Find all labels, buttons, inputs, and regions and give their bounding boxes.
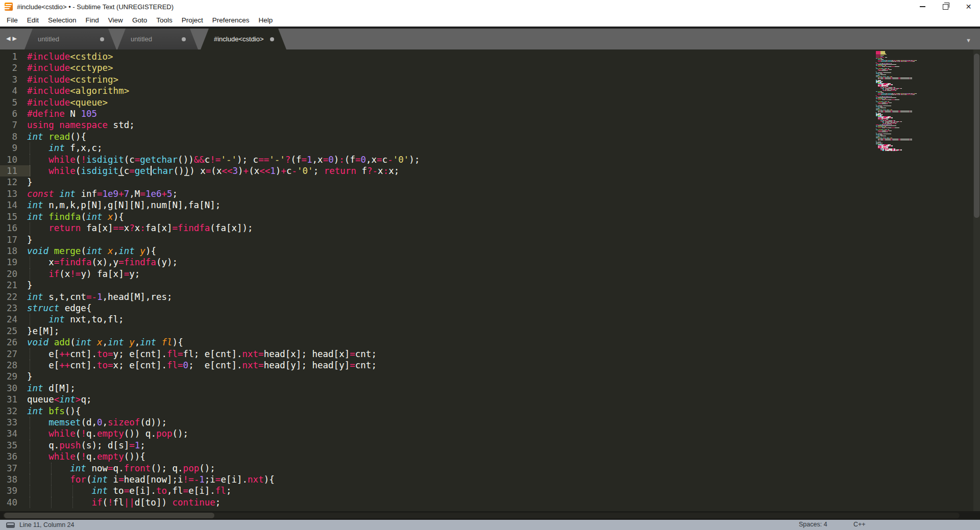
line-number[interactable]: 15	[0, 211, 17, 222]
tab-overflow-menu-icon[interactable]: ▼	[966, 37, 971, 43]
line-number[interactable]: 18	[0, 245, 17, 257]
code-line[interactable]: 28 e[++cnt].to=x; e[cnt].fl=0; e[cnt].nx…	[0, 360, 980, 371]
line-number[interactable]: 36	[0, 451, 17, 462]
tab-scroll-left-icon[interactable]: ◀	[6, 35, 12, 41]
code-line[interactable]: 40 if(!fl||d[to]) continue;	[0, 497, 980, 508]
line-number[interactable]: 19	[0, 257, 17, 268]
code-editor[interactable]: 1#include<cstdio>2#include<cctype>3#incl…	[0, 49, 980, 511]
line-number[interactable]: 7	[0, 119, 17, 131]
line-number[interactable]: 29	[0, 371, 17, 382]
line-number[interactable]: 12	[0, 176, 17, 188]
line-number[interactable]: 9	[0, 142, 17, 154]
line-number[interactable]: 38	[0, 474, 17, 485]
close-button[interactable]: ✕	[957, 0, 980, 13]
code-line[interactable]: 1#include<cstdio>	[0, 51, 980, 62]
code-line[interactable]: 3#include<cstring>	[0, 74, 980, 85]
indent-setting[interactable]: Spaces: 4	[799, 521, 827, 528]
line-number[interactable]: 27	[0, 348, 17, 360]
horizontal-scrollbar-thumb[interactable]	[4, 513, 214, 518]
code-line[interactable]: 21}	[0, 280, 980, 291]
code-line[interactable]: 8int read(){	[0, 131, 980, 142]
status-mode-icon[interactable]	[6, 522, 15, 528]
syntax-setting[interactable]: C++	[853, 521, 866, 528]
line-number[interactable]: 11	[0, 165, 17, 176]
code-line[interactable]: 12}	[0, 176, 980, 188]
line-number[interactable]: 14	[0, 199, 17, 211]
line-number[interactable]: 31	[0, 394, 17, 405]
code-line[interactable]: 29}	[0, 371, 980, 382]
code-line[interactable]: 35 q.push(s); d[s]=1;	[0, 440, 980, 451]
line-number[interactable]: 33	[0, 417, 17, 428]
code-line[interactable]: 33 memset(d,0,sizeof(d));	[0, 417, 980, 428]
line-number[interactable]: 23	[0, 302, 17, 314]
menu-item-edit[interactable]: Edit	[22, 14, 43, 26]
menu-item-selection[interactable]: Selection	[43, 14, 81, 26]
code-line[interactable]: 17}	[0, 234, 980, 245]
menu-item-help[interactable]: Help	[254, 14, 278, 26]
line-number[interactable]: 32	[0, 406, 17, 417]
line-number[interactable]: 37	[0, 463, 17, 474]
code-line[interactable]: 34 while(!q.empty()) q.pop();	[0, 428, 980, 439]
minimap[interactable]	[876, 51, 973, 152]
tab-3[interactable]: #include<cstdio>	[201, 29, 286, 49]
code-line[interactable]: 13const int inf=1e9+7,M=1e6+5;	[0, 188, 980, 199]
line-number[interactable]: 21	[0, 280, 17, 291]
line-number[interactable]: 13	[0, 188, 17, 199]
code-line[interactable]: 9 int f,x,c;	[0, 142, 980, 154]
code-line[interactable]: 6#define N 105	[0, 108, 980, 119]
menu-item-view[interactable]: View	[104, 14, 128, 26]
code-line[interactable]: 27 e[++cnt].to=y; e[cnt].fl=fl; e[cnt].n…	[0, 348, 980, 360]
code-line[interactable]: 2#include<cctype>	[0, 62, 980, 73]
line-number[interactable]: 40	[0, 497, 17, 508]
line-number[interactable]: 24	[0, 314, 17, 325]
line-number[interactable]: 26	[0, 337, 17, 348]
line-number[interactable]: 25	[0, 325, 17, 337]
code-line[interactable]: 30int d[M];	[0, 383, 980, 394]
line-number[interactable]: 1	[0, 51, 17, 62]
line-number[interactable]: 30	[0, 383, 17, 394]
line-number[interactable]: 4	[0, 85, 17, 96]
code-line[interactable]: 24 int nxt,to,fl;	[0, 314, 980, 325]
menu-item-project[interactable]: Project	[177, 14, 208, 26]
line-number[interactable]: 28	[0, 360, 17, 371]
code-line[interactable]: 20 if(x!=y) fa[x]=y;	[0, 268, 980, 280]
line-number[interactable]: 3	[0, 74, 17, 85]
code-line[interactable]: 39 int to=e[i].to,fl=e[i].fl;	[0, 485, 980, 496]
code-line[interactable]: 11 while(isdigit(c=getchar())) x=(x<<3)+…	[0, 165, 980, 176]
code-line[interactable]: 10 while(!isdigit(c=getchar())&&c!='-');…	[0, 154, 980, 165]
minimize-button[interactable]	[911, 0, 934, 13]
modified-dot-icon[interactable]	[182, 37, 186, 41]
menu-item-file[interactable]: File	[2, 14, 22, 26]
tab-2[interactable]: untitled	[117, 29, 198, 49]
modified-dot-icon[interactable]	[100, 37, 104, 41]
code-line[interactable]: 37 int now=q.front(); q.pop();	[0, 463, 980, 474]
code-line[interactable]: 23struct edge{	[0, 302, 980, 314]
restore-button[interactable]	[934, 0, 957, 13]
menu-item-tools[interactable]: Tools	[152, 14, 177, 26]
vertical-scrollbar-thumb[interactable]	[974, 54, 979, 218]
code-line[interactable]: 31queue<int>q;	[0, 394, 980, 405]
code-line[interactable]: 4#include<algorithm>	[0, 85, 980, 96]
code-line[interactable]: 25}e[M];	[0, 325, 980, 337]
line-number[interactable]: 34	[0, 428, 17, 439]
line-number[interactable]: 35	[0, 440, 17, 451]
line-number[interactable]: 22	[0, 291, 17, 302]
code-line[interactable]: 5#include<queue>	[0, 97, 980, 108]
line-number[interactable]: 2	[0, 62, 17, 73]
menu-item-find[interactable]: Find	[81, 14, 104, 26]
code-line[interactable]: 14int n,m,k,p[N],g[N][N],num[N],fa[N];	[0, 199, 980, 211]
line-number[interactable]: 17	[0, 234, 17, 245]
code-line[interactable]: 26void add(int x,int y,int fl){	[0, 337, 980, 348]
menu-item-preferences[interactable]: Preferences	[208, 14, 254, 26]
menu-item-goto[interactable]: Goto	[128, 14, 152, 26]
tab-scroll-right-icon[interactable]: ▶	[12, 35, 18, 41]
tab-1[interactable]: untitled	[24, 29, 116, 49]
code-line[interactable]: 18void merge(int x,int y){	[0, 245, 980, 257]
line-number[interactable]: 16	[0, 222, 17, 234]
code-line[interactable]: 32int bfs(){	[0, 406, 980, 417]
modified-dot-icon[interactable]	[270, 37, 274, 41]
line-number[interactable]: 39	[0, 485, 17, 496]
line-number[interactable]: 8	[0, 131, 17, 142]
line-number[interactable]: 5	[0, 97, 17, 108]
line-number[interactable]: 6	[0, 108, 17, 119]
